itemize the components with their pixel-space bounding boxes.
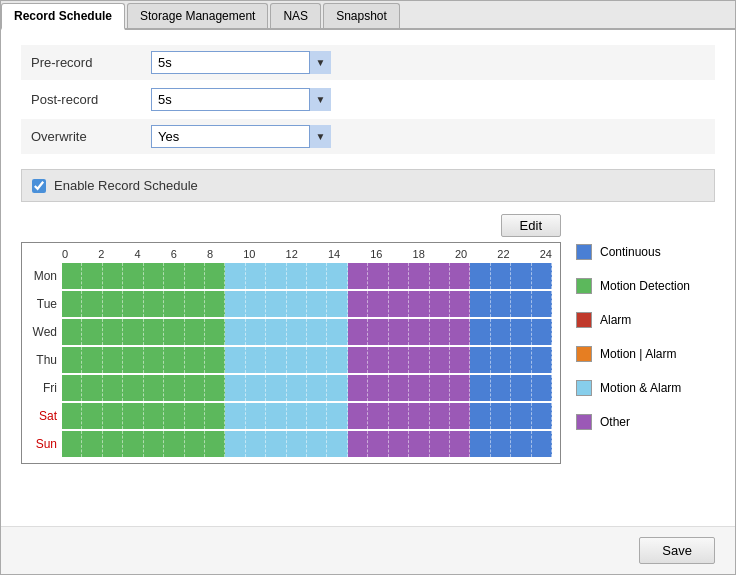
legend-other: Other xyxy=(576,414,690,430)
legend-label-motion-detection: Motion Detection xyxy=(600,279,690,293)
pre-record-label: Pre-record xyxy=(31,55,151,70)
legend-motion-detection: Motion Detection xyxy=(576,278,690,294)
legend-motion-and-alarm: Motion & Alarm xyxy=(576,380,690,396)
legend-alarm: Alarm xyxy=(576,312,690,328)
legend-continuous: Continuous xyxy=(576,244,690,260)
tab-record-schedule[interactable]: Record Schedule xyxy=(1,3,125,30)
edit-btn-row: Edit xyxy=(21,214,561,237)
legend: Continuous Motion Detection Alarm Motion… xyxy=(576,214,690,464)
grid-body: Mon xyxy=(27,262,555,458)
grid-row-fri: Fri xyxy=(27,374,555,402)
day-cells-thu xyxy=(62,347,552,373)
grid-row-thu: Thu xyxy=(27,346,555,374)
legend-color-motion-alarm xyxy=(576,346,592,362)
tab-bar: Record Schedule Storage Management NAS S… xyxy=(1,1,735,30)
legend-label-continuous: Continuous xyxy=(600,245,661,259)
schedule-left: Edit 0 2 4 6 8 10 12 14 xyxy=(21,214,561,464)
footer: Save xyxy=(1,526,735,574)
day-label-mon: Mon xyxy=(27,269,62,283)
enable-record-row: Enable Record Schedule xyxy=(21,169,715,202)
day-cells-mon xyxy=(62,263,552,289)
post-record-label: Post-record xyxy=(31,92,151,107)
pre-record-select-wrapper: 5s 10s 15s ▼ xyxy=(151,51,331,74)
save-button[interactable]: Save xyxy=(639,537,715,564)
day-label-fri: Fri xyxy=(27,381,62,395)
post-record-row: Post-record 5s 10s 15s ▼ xyxy=(21,82,715,117)
legend-motion-alarm: Motion | Alarm xyxy=(576,346,690,362)
tab-nas[interactable]: NAS xyxy=(270,3,321,28)
overwrite-select-wrapper: Yes No ▼ xyxy=(151,125,331,148)
legend-label-alarm: Alarm xyxy=(600,313,631,327)
day-cells-sat xyxy=(62,403,552,429)
day-label-thu: Thu xyxy=(27,353,62,367)
grid-row-sun: Sun xyxy=(27,430,555,458)
legend-color-motion-and-alarm xyxy=(576,380,592,396)
day-label-sun: Sun xyxy=(27,437,62,451)
legend-color-other xyxy=(576,414,592,430)
pre-record-row: Pre-record 5s 10s 15s ▼ xyxy=(21,45,715,80)
enable-record-label: Enable Record Schedule xyxy=(54,178,198,193)
day-label-tue: Tue xyxy=(27,297,62,311)
schedule-area: Edit 0 2 4 6 8 10 12 14 xyxy=(21,214,715,464)
grid-row-mon: Mon xyxy=(27,262,555,290)
day-label-sat: Sat xyxy=(27,409,62,423)
post-record-select[interactable]: 5s 10s 15s xyxy=(151,88,331,111)
legend-color-continuous xyxy=(576,244,592,260)
form-section: Pre-record 5s 10s 15s ▼ Post-record 5s 1… xyxy=(21,45,715,154)
grid-row-wed: Wed xyxy=(27,318,555,346)
grid-hour-header: 0 2 4 6 8 10 12 14 16 18 20 22 2 xyxy=(62,248,555,260)
overwrite-select[interactable]: Yes No xyxy=(151,125,331,148)
hour-labels: 0 2 4 6 8 10 12 14 16 18 20 22 2 xyxy=(62,248,552,260)
overwrite-row: Overwrite Yes No ▼ xyxy=(21,119,715,154)
day-cells-wed xyxy=(62,319,552,345)
main-content: Pre-record 5s 10s 15s ▼ Post-record 5s 1… xyxy=(1,30,735,526)
legend-label-motion-and-alarm: Motion & Alarm xyxy=(600,381,681,395)
legend-label-motion-alarm: Motion | Alarm xyxy=(600,347,676,361)
grid-row-sat: Sat xyxy=(27,402,555,430)
schedule-grid: 0 2 4 6 8 10 12 14 16 18 20 22 2 xyxy=(21,242,561,464)
overwrite-label: Overwrite xyxy=(31,129,151,144)
edit-button[interactable]: Edit xyxy=(501,214,561,237)
tab-storage-management[interactable]: Storage Management xyxy=(127,3,268,28)
day-cells-sun xyxy=(62,431,552,457)
legend-color-alarm xyxy=(576,312,592,328)
enable-record-checkbox[interactable] xyxy=(32,179,46,193)
day-cells-tue xyxy=(62,291,552,317)
grid-row-tue: Tue xyxy=(27,290,555,318)
day-cells-fri xyxy=(62,375,552,401)
day-label-wed: Wed xyxy=(27,325,62,339)
pre-record-select[interactable]: 5s 10s 15s xyxy=(151,51,331,74)
tab-snapshot[interactable]: Snapshot xyxy=(323,3,400,28)
legend-color-motion-detection xyxy=(576,278,592,294)
post-record-select-wrapper: 5s 10s 15s ▼ xyxy=(151,88,331,111)
legend-label-other: Other xyxy=(600,415,630,429)
